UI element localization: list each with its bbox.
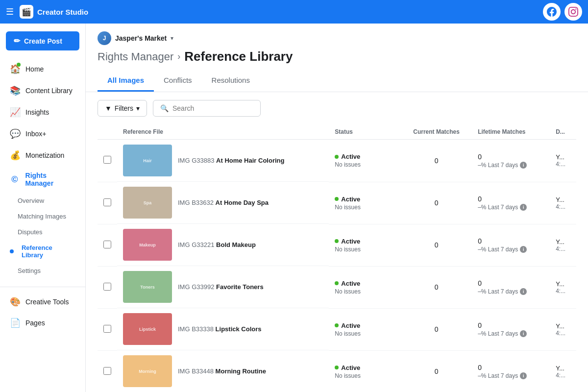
status-cell: Active No issues [329,140,401,182]
status-cell: Active No issues [329,224,401,266]
status-sub: No issues [335,204,395,211]
status-label: Active [341,153,360,160]
info-icon[interactable]: i [520,330,527,337]
current-matches-cell: 0 [401,224,472,266]
search-input[interactable] [172,104,253,112]
lifetime-matches-cell: 0 –% Last 7 days i [472,350,550,392]
table-row: Spa IMG B33632 At Home Day Spa Active No… [98,182,576,224]
table-row: Morning IMG B33448 Morning Routine Activ… [98,350,576,392]
search-icon: 🔍 [160,104,169,112]
rights-manager-icon: © [10,174,20,185]
table-row: Toners IMG G33992 Favorite Toners Active… [98,266,576,308]
active-subnav-dot [10,249,14,253]
status-active: Active [335,280,395,287]
tab-all-images[interactable]: All Images [98,70,154,92]
date-value: Y... [556,196,570,203]
row-checkbox[interactable] [103,367,111,375]
sidebar-item-pages[interactable]: 📄 Pages [2,313,83,333]
lifetime-matches-cell: 0 –% Last 7 days i [472,182,550,224]
sidebar-item-inbox[interactable]: 💬 Inbox+ [2,123,83,144]
info-icon[interactable]: i [520,288,527,295]
status-active: Active [335,322,395,329]
col-current-matches: Current Matches [401,124,472,140]
page-header: J Jasper's Market ▾ Rights Manager › Ref… [86,24,588,92]
filters-button[interactable]: ▼ Filters ▾ [98,100,147,117]
subnav-item-disputes[interactable]: Disputes [2,224,83,240]
subnav-item-settings[interactable]: Settings [2,263,83,278]
status-dot [335,155,339,159]
status-cell: Active No issues [329,308,401,350]
date-value: Y... [556,365,570,372]
row-checkbox[interactable] [103,325,111,333]
info-icon[interactable]: i [520,162,527,169]
status-dot [335,366,339,369]
sidebar-item-rights-manager[interactable]: © Rights Manager [2,167,83,192]
reference-table: Reference File Status Current Matches Li… [98,124,576,392]
row-checkbox-cell [98,140,117,182]
ref-title: At Home Day Spa [216,199,269,206]
sidebar-item-label: Insights [25,108,49,116]
ref-id: IMG B33632 [178,199,216,206]
tabs: All Images Conflicts Resolutions [98,70,576,92]
row-checkbox[interactable] [103,156,111,164]
create-post-button[interactable]: ✏ Create Post [6,31,79,50]
date-value: Y... [556,238,570,245]
ref-file-name: IMG G33992 Favorite Toners [178,283,264,291]
current-matches-cell: 0 [401,308,472,350]
status-cell: Active No issues [329,266,401,308]
status-sub: No issues [335,161,395,168]
current-matches-cell: 0 [401,266,472,308]
filter-row: ▼ Filters ▾ 🔍 [98,100,576,117]
subnav-item-reference-library[interactable]: Reference Library [2,240,83,263]
lifetime-value: 0 [478,195,544,203]
subnav-item-matching-images[interactable]: Matching Images [2,209,83,224]
sidebar-item-label: Rights Manager [25,172,75,187]
creative-tools-icon: 🎨 [10,296,20,307]
sidebar-item-insights[interactable]: 📈 Insights [2,102,83,122]
tab-conflicts[interactable]: Conflicts [154,70,202,92]
sidebar-item-label: Creative Tools [25,298,69,306]
facebook-platform-btn[interactable] [543,3,561,21]
info-icon[interactable]: i [520,372,527,379]
sidebar-item-creative-tools[interactable]: 🎨 Creative Tools [2,292,83,312]
pages-icon: 📄 [10,318,20,328]
status-dot [335,323,339,327]
subnav-item-overview[interactable]: Overview [2,193,83,208]
status-active: Active [335,196,395,203]
subnav-label: Reference Library [22,244,75,259]
info-icon[interactable]: i [520,204,527,211]
lifetime-matches-cell: 0 –% Last 7 days i [472,140,550,182]
sidebar-item-label: Inbox+ [25,130,46,138]
current-matches-cell: 0 [401,140,472,182]
breadcrumb-current: Reference Library [184,49,293,64]
sidebar-item-content-library[interactable]: 📚 Content Library [2,80,83,101]
insights-icon: 📈 [10,107,20,118]
tab-resolutions[interactable]: Resolutions [202,70,260,92]
row-checkbox[interactable] [103,283,111,291]
instagram-icon [568,7,578,17]
breadcrumb-parent: Rights Manager [98,50,173,63]
status-sub: No issues [335,246,395,253]
instagram-platform-btn[interactable] [564,3,582,21]
status-cell: Active No issues [329,182,401,224]
sidebar-item-monetization[interactable]: 💰 Monetization [2,145,83,166]
sidebar-item-home[interactable]: 🏠 Home [2,59,83,79]
date-sub: 4:... [556,203,570,210]
status-label: Active [341,196,360,203]
row-checkbox-cell [98,266,117,308]
info-icon[interactable]: i [520,246,527,253]
current-matches-cell: 0 [401,350,472,392]
row-checkbox[interactable] [103,198,111,206]
search-box[interactable]: 🔍 [153,100,261,117]
ref-title: Bold Makeup [216,241,256,248]
rights-manager-subnav: Overview Matching Images Disputes Refere… [0,193,85,279]
menu-icon[interactable]: ☰ [6,6,14,17]
account-selector[interactable]: J Jasper's Market ▾ [98,31,576,45]
date-cell: Y... 4:... [550,140,576,182]
lifetime-sub: –% Last 7 days i [478,372,544,379]
lifetime-value: 0 [478,321,544,329]
brand-name: Creator Studio [37,8,88,16]
date-cell: Y... 4:... [550,182,576,224]
date-cell: Y... 4:... [550,266,576,308]
row-checkbox[interactable] [103,241,111,248]
